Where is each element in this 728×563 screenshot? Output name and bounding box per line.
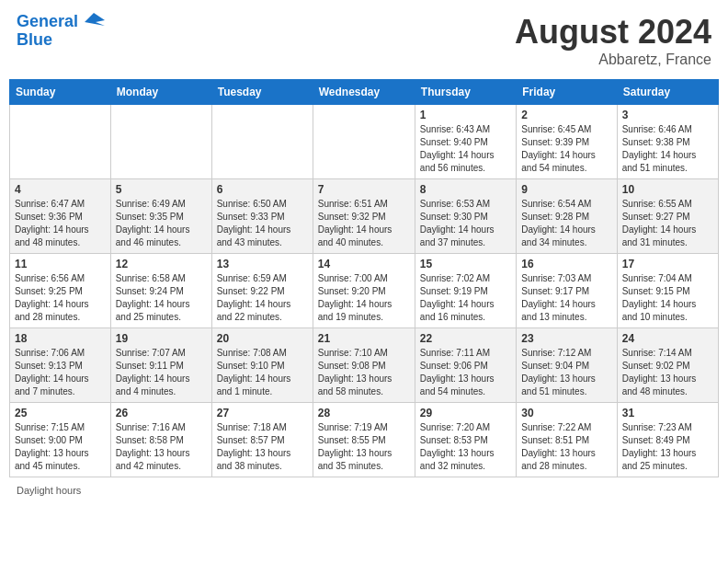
calendar-cell [211, 105, 313, 179]
page-header: General Blue August 2024 Abbaretz, Franc… [9, 9, 719, 72]
calendar-cell: 17Sunrise: 7:04 AM Sunset: 9:15 PM Dayli… [617, 254, 718, 328]
day-info: Sunrise: 7:02 AM Sunset: 9:19 PM Dayligh… [420, 272, 511, 324]
col-header-friday: Friday [517, 80, 617, 105]
subtitle: Abbaretz, France [515, 52, 711, 68]
logo-text: General Blue [17, 13, 105, 50]
calendar-table: SundayMondayTuesdayWednesdayThursdayFrid… [9, 79, 719, 477]
calendar-cell: 30Sunrise: 7:22 AM Sunset: 8:51 PM Dayli… [517, 403, 617, 477]
calendar-cell: 21Sunrise: 7:10 AM Sunset: 9:08 PM Dayli… [313, 328, 415, 403]
day-info: Sunrise: 7:20 AM Sunset: 8:53 PM Dayligh… [420, 421, 511, 473]
calendar-cell: 28Sunrise: 7:19 AM Sunset: 8:55 PM Dayli… [313, 403, 415, 477]
logo: General Blue [17, 13, 105, 50]
col-header-wednesday: Wednesday [313, 80, 415, 105]
day-number: 8 [420, 183, 511, 196]
day-number: 11 [15, 258, 106, 270]
calendar-cell: 13Sunrise: 6:59 AM Sunset: 9:22 PM Dayli… [211, 254, 313, 328]
day-number: 18 [15, 332, 106, 345]
day-info: Sunrise: 6:46 AM Sunset: 9:38 PM Dayligh… [622, 123, 713, 175]
day-info: Sunrise: 6:51 AM Sunset: 9:32 PM Dayligh… [318, 198, 410, 249]
calendar-cell: 31Sunrise: 7:23 AM Sunset: 8:49 PM Dayli… [617, 403, 718, 477]
day-info: Sunrise: 7:10 AM Sunset: 9:08 PM Dayligh… [318, 347, 410, 398]
calendar-cell: 12Sunrise: 6:58 AM Sunset: 9:24 PM Dayli… [110, 254, 211, 328]
day-number: 28 [318, 407, 410, 419]
day-number: 5 [116, 183, 207, 196]
day-number: 12 [116, 258, 207, 270]
calendar-cell: 14Sunrise: 7:00 AM Sunset: 9:20 PM Dayli… [313, 254, 415, 328]
day-number: 14 [318, 258, 410, 270]
day-number: 27 [217, 407, 308, 419]
day-info: Sunrise: 7:23 AM Sunset: 8:49 PM Dayligh… [622, 421, 713, 473]
day-info: Sunrise: 7:04 AM Sunset: 9:15 PM Dayligh… [622, 272, 713, 324]
col-header-tuesday: Tuesday [211, 80, 313, 105]
calendar-cell: 15Sunrise: 7:02 AM Sunset: 9:19 PM Dayli… [415, 254, 516, 328]
calendar-cell: 4Sunrise: 6:47 AM Sunset: 9:36 PM Daylig… [10, 179, 111, 254]
daylight-hours-label: Daylight hours [17, 485, 81, 496]
calendar-cell: 19Sunrise: 7:07 AM Sunset: 9:11 PM Dayli… [110, 328, 211, 403]
day-number: 9 [521, 183, 611, 196]
day-info: Sunrise: 7:06 AM Sunset: 9:13 PM Dayligh… [15, 347, 106, 398]
day-info: Sunrise: 6:43 AM Sunset: 9:40 PM Dayligh… [420, 123, 511, 175]
day-number: 20 [217, 332, 308, 345]
day-info: Sunrise: 7:15 AM Sunset: 9:00 PM Dayligh… [15, 421, 106, 473]
day-info: Sunrise: 7:07 AM Sunset: 9:11 PM Dayligh… [116, 347, 207, 398]
day-number: 19 [116, 332, 207, 345]
day-number: 6 [217, 183, 308, 196]
title-block: August 2024 Abbaretz, France [515, 13, 711, 68]
calendar-cell: 27Sunrise: 7:18 AM Sunset: 8:57 PM Dayli… [211, 403, 313, 477]
day-info: Sunrise: 6:55 AM Sunset: 9:27 PM Dayligh… [622, 198, 713, 249]
day-info: Sunrise: 6:49 AM Sunset: 9:35 PM Dayligh… [116, 198, 207, 249]
calendar-cell: 10Sunrise: 6:55 AM Sunset: 9:27 PM Dayli… [617, 179, 718, 254]
day-number: 4 [15, 183, 106, 196]
logo-general: General [17, 12, 78, 30]
day-info: Sunrise: 7:08 AM Sunset: 9:10 PM Dayligh… [217, 347, 308, 398]
week-row-5: 25Sunrise: 7:15 AM Sunset: 9:00 PM Dayli… [10, 403, 719, 477]
day-number: 13 [217, 258, 308, 270]
day-number: 24 [622, 332, 713, 345]
footer: Daylight hours [9, 485, 719, 496]
calendar-cell: 6Sunrise: 6:50 AM Sunset: 9:33 PM Daylig… [211, 179, 313, 254]
main-title: August 2024 [515, 13, 711, 52]
day-number: 17 [622, 258, 713, 270]
day-number: 7 [318, 183, 410, 196]
day-info: Sunrise: 6:45 AM Sunset: 9:39 PM Dayligh… [521, 123, 611, 175]
day-number: 31 [622, 407, 713, 419]
calendar-cell: 9Sunrise: 6:54 AM Sunset: 9:28 PM Daylig… [517, 179, 617, 254]
day-number: 10 [622, 183, 713, 196]
day-number: 23 [521, 332, 611, 345]
logo-bird-icon [85, 13, 105, 31]
calendar-cell: 11Sunrise: 6:56 AM Sunset: 9:25 PM Dayli… [10, 254, 111, 328]
calendar-cell: 24Sunrise: 7:14 AM Sunset: 9:02 PM Dayli… [617, 328, 718, 403]
week-row-3: 11Sunrise: 6:56 AM Sunset: 9:25 PM Dayli… [10, 254, 719, 328]
day-info: Sunrise: 6:53 AM Sunset: 9:30 PM Dayligh… [420, 198, 511, 249]
day-info: Sunrise: 7:03 AM Sunset: 9:17 PM Dayligh… [521, 272, 611, 324]
day-info: Sunrise: 6:59 AM Sunset: 9:22 PM Dayligh… [217, 272, 308, 324]
calendar-cell: 20Sunrise: 7:08 AM Sunset: 9:10 PM Dayli… [211, 328, 313, 403]
day-info: Sunrise: 7:11 AM Sunset: 9:06 PM Dayligh… [420, 347, 511, 398]
col-header-monday: Monday [110, 80, 211, 105]
week-row-1: 1Sunrise: 6:43 AM Sunset: 9:40 PM Daylig… [10, 105, 719, 179]
calendar-cell: 22Sunrise: 7:11 AM Sunset: 9:06 PM Dayli… [415, 328, 516, 403]
day-info: Sunrise: 6:56 AM Sunset: 9:25 PM Dayligh… [15, 272, 106, 324]
calendar-cell: 2Sunrise: 6:45 AM Sunset: 9:39 PM Daylig… [517, 105, 617, 179]
week-row-2: 4Sunrise: 6:47 AM Sunset: 9:36 PM Daylig… [10, 179, 719, 254]
calendar-cell: 25Sunrise: 7:15 AM Sunset: 9:00 PM Dayli… [10, 403, 111, 477]
day-number: 15 [420, 258, 511, 270]
calendar-cell: 7Sunrise: 6:51 AM Sunset: 9:32 PM Daylig… [313, 179, 415, 254]
day-info: Sunrise: 6:50 AM Sunset: 9:33 PM Dayligh… [217, 198, 308, 249]
calendar-cell: 16Sunrise: 7:03 AM Sunset: 9:17 PM Dayli… [517, 254, 617, 328]
day-info: Sunrise: 6:54 AM Sunset: 9:28 PM Dayligh… [521, 198, 611, 249]
calendar-cell [313, 105, 415, 179]
day-number: 3 [622, 109, 713, 121]
col-header-thursday: Thursday [415, 80, 516, 105]
day-number: 16 [521, 258, 611, 270]
calendar-cell: 18Sunrise: 7:06 AM Sunset: 9:13 PM Dayli… [10, 328, 111, 403]
calendar-cell: 5Sunrise: 6:49 AM Sunset: 9:35 PM Daylig… [110, 179, 211, 254]
calendar-cell: 29Sunrise: 7:20 AM Sunset: 8:53 PM Dayli… [415, 403, 516, 477]
day-info: Sunrise: 7:18 AM Sunset: 8:57 PM Dayligh… [217, 421, 308, 473]
col-header-sunday: Sunday [10, 80, 111, 105]
day-info: Sunrise: 6:58 AM Sunset: 9:24 PM Dayligh… [116, 272, 207, 324]
day-info: Sunrise: 7:22 AM Sunset: 8:51 PM Dayligh… [521, 421, 611, 473]
day-number: 29 [420, 407, 511, 419]
calendar-header-row: SundayMondayTuesdayWednesdayThursdayFrid… [10, 80, 719, 105]
calendar-cell [110, 105, 211, 179]
